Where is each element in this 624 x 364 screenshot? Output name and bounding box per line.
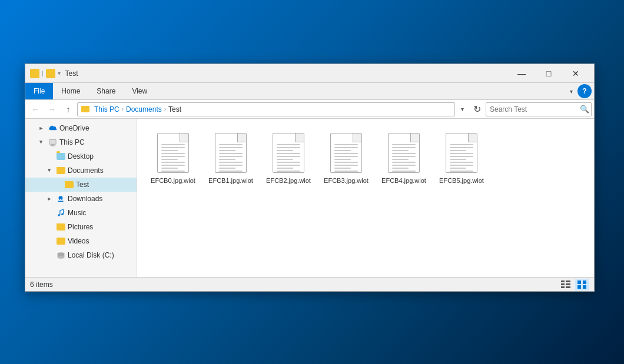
svg-rect-14 <box>561 283 565 285</box>
sidebar-item-desktop[interactable]: ► Desktop <box>25 149 137 163</box>
doc-line <box>219 171 243 172</box>
search-button[interactable]: 🔍 <box>580 105 589 113</box>
file-name: EFCB4.jpg.wiot <box>381 176 426 185</box>
forward-button[interactable]: → <box>44 102 59 117</box>
downloads-label: Downloads <box>68 195 102 203</box>
sidebar-item-downloads[interactable]: ► Downloads <box>25 192 137 206</box>
search-input[interactable] <box>486 102 592 116</box>
list-item[interactable]: EFCB3.jpg.wiot <box>320 128 373 188</box>
doc-line <box>161 147 185 148</box>
svg-rect-6 <box>58 201 63 202</box>
svg-rect-3 <box>50 145 55 146</box>
downloads-icon <box>56 194 65 203</box>
breadcrumb-test: Test <box>168 105 181 113</box>
breadcrumb-thispc[interactable]: This PC <box>94 105 120 113</box>
sidebar-item-videos[interactable]: ► Videos <box>25 234 137 248</box>
file-icon <box>213 132 248 174</box>
doc-line <box>334 147 358 148</box>
doc-line <box>334 153 358 154</box>
doc-line <box>334 165 358 166</box>
tab-file[interactable]: File <box>25 83 53 99</box>
doc-line <box>277 150 293 151</box>
svg-rect-13 <box>566 280 570 282</box>
doc-line <box>219 159 235 160</box>
svg-rect-20 <box>577 285 581 289</box>
breadcrumb-folder-icon <box>81 106 89 112</box>
doc-line <box>277 156 300 157</box>
doc-line <box>161 159 178 160</box>
doc-line <box>219 153 243 154</box>
doc-line <box>161 162 185 163</box>
file-explorer-window: | ▾ Test — □ ✕ File Home Share View ▾ ? … <box>25 64 595 292</box>
breadcrumb[interactable]: This PC › Documents › Test <box>77 102 455 116</box>
list-item[interactable]: EFCB4.jpg.wiot <box>377 128 430 188</box>
svg-rect-12 <box>561 280 565 282</box>
maximize-button[interactable]: □ <box>535 64 562 83</box>
doc-lines <box>277 144 300 173</box>
sidebar-item-onedrive[interactable]: ► OneDrive <box>25 121 137 135</box>
sidebar-item-localdisk[interactable]: ► Local Disk (C:) <box>25 248 137 262</box>
svg-rect-21 <box>583 285 586 289</box>
folder-icon-2 <box>46 69 55 78</box>
sidebar-item-music[interactable]: ► Music <box>25 206 137 220</box>
test-folder-icon <box>64 180 74 189</box>
list-item[interactable]: EFCB5.jpg.wiot <box>435 128 488 188</box>
minimize-button[interactable]: — <box>508 64 535 83</box>
close-button[interactable]: ✕ <box>562 64 589 83</box>
sidebar-item-pictures[interactable]: ► Pictures <box>25 220 137 234</box>
ribbon-expand-icon[interactable]: ▾ <box>565 88 577 95</box>
doc-shape <box>215 133 247 173</box>
doc-line <box>334 150 351 151</box>
sidebar-item-documents[interactable]: ► Documents <box>25 163 137 178</box>
downloads-expand-arrow: ► <box>45 195 54 203</box>
onedrive-expand-arrow: ► <box>37 124 45 132</box>
doc-line <box>450 159 466 160</box>
desktop-icon <box>56 152 65 161</box>
titlebar-sep2: ▾ <box>58 70 61 76</box>
localdisk-icon <box>56 251 65 260</box>
svg-rect-15 <box>566 283 570 285</box>
refresh-button[interactable]: ↻ <box>469 102 484 117</box>
doc-line <box>450 147 473 148</box>
sidebar: ► OneDrive ► This PC ► Desktop <box>25 119 137 277</box>
help-button[interactable]: ? <box>577 84 592 98</box>
address-dropdown[interactable]: ▾ <box>456 102 468 116</box>
svg-rect-18 <box>577 280 581 284</box>
breadcrumb-sep-2: › <box>164 106 166 112</box>
list-view-button[interactable] <box>559 279 573 290</box>
doc-line <box>392 156 416 157</box>
doc-line <box>450 150 466 151</box>
list-item[interactable]: EFCB2.jpg.wiot <box>262 128 315 188</box>
documents-expand-arrow: ► <box>45 166 54 175</box>
ribbon-tabs: File Home Share View ▾ ? <box>25 83 594 99</box>
doc-line <box>334 144 358 145</box>
doc-line <box>219 156 243 157</box>
tab-view[interactable]: View <box>124 83 155 99</box>
file-name: EFCB2.jpg.wiot <box>266 176 311 185</box>
list-item[interactable]: EFCB0.jpg.wiot <box>147 128 200 188</box>
tab-home[interactable]: Home <box>53 83 88 99</box>
window-title: Test <box>65 69 508 78</box>
doc-line <box>392 159 409 160</box>
file-icon <box>386 132 421 174</box>
doc-shape <box>388 133 420 173</box>
file-icon <box>328 132 364 174</box>
up-button[interactable]: ↑ <box>61 102 76 117</box>
onedrive-icon <box>48 123 57 133</box>
sidebar-item-test[interactable]: ► Test <box>25 178 137 192</box>
icon-view-button[interactable] <box>575 279 589 290</box>
doc-line <box>392 171 416 172</box>
folder-icon-1 <box>30 69 39 78</box>
back-button[interactable]: ← <box>28 102 43 117</box>
sidebar-item-thispc[interactable]: ► This PC <box>25 135 137 149</box>
test-label: Test <box>76 181 89 189</box>
music-label: Music <box>68 209 86 217</box>
doc-line <box>392 153 416 154</box>
tab-share[interactable]: Share <box>88 83 124 99</box>
list-item[interactable]: EFCB1.jpg.wiot <box>204 128 257 188</box>
doc-line <box>334 168 351 169</box>
doc-line <box>334 159 351 160</box>
main-content: ► OneDrive ► This PC ► Desktop <box>25 119 594 277</box>
breadcrumb-documents[interactable]: Documents <box>126 105 162 113</box>
file-name: EFCB0.jpg.wiot <box>151 176 195 185</box>
